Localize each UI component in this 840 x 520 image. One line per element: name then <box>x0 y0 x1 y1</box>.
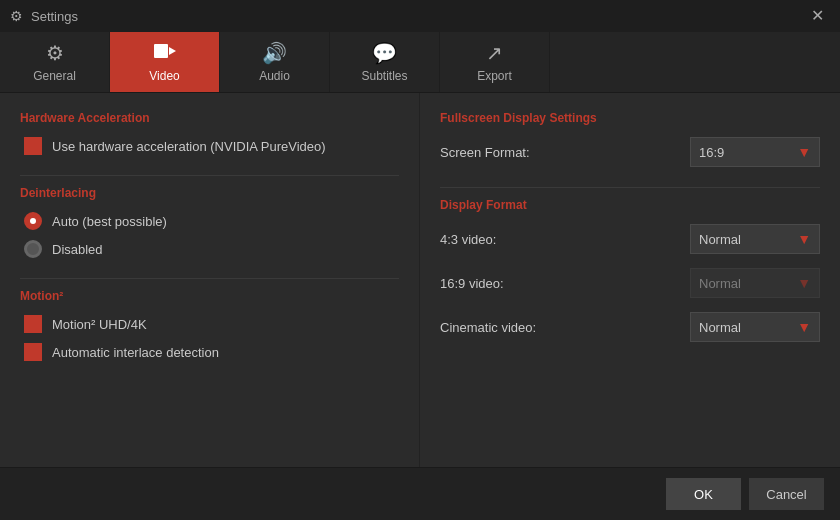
display-format-169-dropdown: Normal ▼ <box>690 268 820 298</box>
subtitles-icon: 💬 <box>372 41 397 65</box>
export-icon: ↗ <box>486 41 503 65</box>
hw-accel-checkbox[interactable] <box>24 137 42 155</box>
display-format-cinematic-chevron: ▼ <box>797 319 811 335</box>
display-format-169-label: 16:9 video: <box>440 276 504 291</box>
close-button[interactable]: ✕ <box>805 6 830 26</box>
tab-video-label: Video <box>149 69 179 83</box>
display-format-43-row: 4:3 video: Normal ▼ <box>440 224 820 254</box>
display-format-cinematic-dropdown[interactable]: Normal ▼ <box>690 312 820 342</box>
screen-format-label: Screen Format: <box>440 145 530 160</box>
motion-interlace-row: Automatic interlace detection <box>20 343 399 361</box>
motion-section: Motion² Motion² UHD/4K Automatic interla… <box>20 289 399 361</box>
fullscreen-title: Fullscreen Display Settings <box>440 111 820 125</box>
motion-uhd-row: Motion² UHD/4K <box>20 315 399 333</box>
footer: OK Cancel <box>0 467 840 520</box>
main-content: Hardware Acceleration Use hardware accel… <box>0 93 840 467</box>
audio-icon: 🔊 <box>262 41 287 65</box>
display-format-169-value: Normal <box>699 276 741 291</box>
display-format-cinematic-label: Cinematic video: <box>440 320 536 335</box>
divider-2 <box>20 278 399 279</box>
hw-accel-label: Use hardware acceleration (NVIDIA PureVi… <box>52 139 326 154</box>
motion-uhd-label: Motion² UHD/4K <box>52 317 147 332</box>
deinterlacing-disabled-row: Disabled <box>20 240 399 258</box>
ok-button[interactable]: OK <box>666 478 741 510</box>
deinterlacing-title: Deinterlacing <box>20 186 399 200</box>
display-format-169-chevron: ▼ <box>797 275 811 291</box>
titlebar-left: ⚙ Settings <box>10 8 78 24</box>
tab-general-label: General <box>33 69 76 83</box>
tab-subtitles-label: Subtitles <box>361 69 407 83</box>
motion-uhd-checkbox[interactable] <box>24 315 42 333</box>
settings-window: ⚙ Settings ✕ ⚙ General Video 🔊 Audio 💬 S… <box>0 0 840 520</box>
svg-marker-1 <box>169 47 176 55</box>
screen-format-row: Screen Format: 16:9 ▼ <box>440 137 820 167</box>
motion-interlace-label: Automatic interlace detection <box>52 345 219 360</box>
hardware-acceleration-section: Hardware Acceleration Use hardware accel… <box>20 111 399 155</box>
tab-audio-label: Audio <box>259 69 290 83</box>
display-format-section: Display Format 4:3 video: Normal ▼ 16:9 … <box>440 198 820 342</box>
motion-interlace-checkbox[interactable] <box>24 343 42 361</box>
divider-3 <box>440 187 820 188</box>
hardware-acceleration-row: Use hardware acceleration (NVIDIA PureVi… <box>20 137 399 155</box>
general-icon: ⚙ <box>46 41 64 65</box>
display-format-43-value: Normal <box>699 232 741 247</box>
deinterlacing-auto-radio[interactable] <box>24 212 42 230</box>
settings-icon: ⚙ <box>10 8 23 24</box>
tab-general[interactable]: ⚙ General <box>0 32 110 92</box>
tabs-bar: ⚙ General Video 🔊 Audio 💬 Subtitles ↗ Ex… <box>0 32 840 93</box>
tab-video[interactable]: Video <box>110 32 220 92</box>
display-format-169-row: 16:9 video: Normal ▼ <box>440 268 820 298</box>
right-panel: Fullscreen Display Settings Screen Forma… <box>420 93 840 467</box>
tab-subtitles[interactable]: 💬 Subtitles <box>330 32 440 92</box>
display-format-title: Display Format <box>440 198 820 212</box>
motion-title: Motion² <box>20 289 399 303</box>
window-title: Settings <box>31 9 78 24</box>
svg-rect-0 <box>154 44 168 58</box>
cancel-button[interactable]: Cancel <box>749 478 824 510</box>
display-format-43-chevron: ▼ <box>797 231 811 247</box>
video-icon <box>154 42 176 65</box>
screen-format-chevron: ▼ <box>797 144 811 160</box>
hardware-acceleration-title: Hardware Acceleration <box>20 111 399 125</box>
display-format-43-dropdown[interactable]: Normal ▼ <box>690 224 820 254</box>
tab-export-label: Export <box>477 69 512 83</box>
display-format-43-label: 4:3 video: <box>440 232 496 247</box>
screen-format-dropdown[interactable]: 16:9 ▼ <box>690 137 820 167</box>
tab-audio[interactable]: 🔊 Audio <box>220 32 330 92</box>
divider-1 <box>20 175 399 176</box>
left-panel: Hardware Acceleration Use hardware accel… <box>0 93 420 467</box>
deinterlacing-auto-row: Auto (best possible) <box>20 212 399 230</box>
deinterlacing-disabled-label: Disabled <box>52 242 103 257</box>
fullscreen-section: Fullscreen Display Settings Screen Forma… <box>440 111 820 167</box>
screen-format-value: 16:9 <box>699 145 724 160</box>
titlebar: ⚙ Settings ✕ <box>0 0 840 32</box>
display-format-cinematic-value: Normal <box>699 320 741 335</box>
deinterlacing-section: Deinterlacing Auto (best possible) Disab… <box>20 186 399 258</box>
tab-export[interactable]: ↗ Export <box>440 32 550 92</box>
deinterlacing-auto-label: Auto (best possible) <box>52 214 167 229</box>
deinterlacing-disabled-radio[interactable] <box>24 240 42 258</box>
display-format-cinematic-row: Cinematic video: Normal ▼ <box>440 312 820 342</box>
